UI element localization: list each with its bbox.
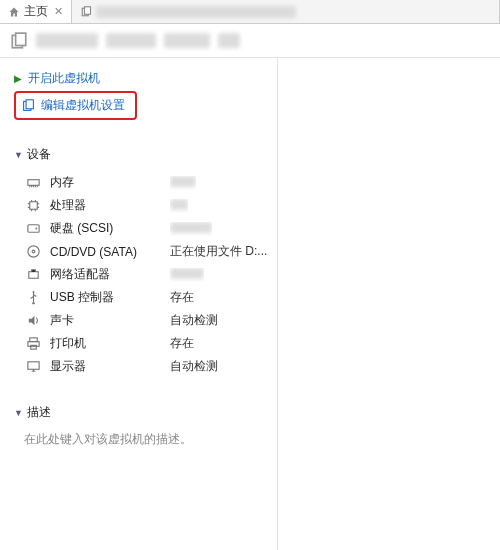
device-value bbox=[170, 176, 196, 190]
svg-rect-3 bbox=[16, 33, 26, 45]
device-row[interactable]: 打印机存在 bbox=[14, 332, 271, 355]
device-value: 自动检测 bbox=[170, 312, 218, 329]
page-title-2 bbox=[106, 33, 156, 48]
printer-icon bbox=[24, 336, 42, 351]
tab-bar: 主页 ✕ bbox=[0, 0, 500, 24]
tab-home-label: 主页 bbox=[24, 3, 48, 20]
close-icon[interactable]: ✕ bbox=[54, 5, 63, 18]
svg-point-10 bbox=[27, 246, 38, 257]
svg-point-9 bbox=[35, 228, 37, 230]
device-name: 打印机 bbox=[50, 335, 162, 352]
svg-rect-6 bbox=[27, 180, 38, 186]
edit-icon bbox=[22, 99, 35, 112]
play-icon: ▶ bbox=[14, 73, 22, 84]
tab-vm-label bbox=[96, 6, 296, 18]
display-icon bbox=[24, 359, 42, 374]
edit-settings-label: 编辑虚拟机设置 bbox=[41, 97, 125, 114]
disc-icon bbox=[24, 244, 42, 259]
device-name: 内存 bbox=[50, 174, 162, 191]
svg-rect-5 bbox=[26, 100, 33, 109]
edit-settings-highlight: 编辑虚拟机设置 bbox=[14, 91, 137, 120]
memory-icon bbox=[24, 175, 42, 190]
device-value bbox=[170, 268, 204, 282]
device-name: CD/DVD (SATA) bbox=[50, 245, 162, 259]
device-name: 网络适配器 bbox=[50, 266, 162, 283]
copy-icon bbox=[10, 32, 28, 50]
svg-rect-12 bbox=[28, 272, 37, 279]
title-bar bbox=[0, 24, 500, 58]
device-value: 存在 bbox=[170, 289, 194, 306]
device-list: 内存处理器硬盘 (SCSI)CD/DVD (SATA)正在使用文件 D:...网… bbox=[14, 171, 271, 378]
hdd-icon bbox=[24, 221, 42, 236]
device-value bbox=[170, 199, 188, 213]
description-header[interactable]: ▼ 描述 bbox=[14, 404, 271, 421]
svg-rect-18 bbox=[27, 362, 38, 370]
device-value: 存在 bbox=[170, 335, 194, 352]
description-placeholder[interactable]: 在此处键入对该虚拟机的描述。 bbox=[14, 429, 271, 448]
device-row[interactable]: CD/DVD (SATA)正在使用文件 D:... bbox=[14, 240, 271, 263]
device-row[interactable]: 硬盘 (SCSI) bbox=[14, 217, 271, 240]
device-name: 处理器 bbox=[50, 197, 162, 214]
device-row[interactable]: USB 控制器存在 bbox=[14, 286, 271, 309]
device-row[interactable]: 声卡自动检测 bbox=[14, 309, 271, 332]
description-title: 描述 bbox=[27, 404, 51, 421]
device-row[interactable]: 显示器自动检测 bbox=[14, 355, 271, 378]
chevron-down-icon: ▼ bbox=[14, 408, 23, 418]
svg-rect-7 bbox=[29, 202, 37, 210]
device-name: 显示器 bbox=[50, 358, 162, 375]
page-title-3 bbox=[164, 33, 210, 48]
copy-icon bbox=[80, 6, 92, 18]
svg-rect-1 bbox=[85, 6, 91, 14]
usb-icon bbox=[24, 290, 42, 305]
edit-settings-link[interactable]: 编辑虚拟机设置 bbox=[22, 95, 129, 116]
network-icon bbox=[24, 267, 42, 282]
device-row[interactable]: 网络适配器 bbox=[14, 263, 271, 286]
tab-home[interactable]: 主页 ✕ bbox=[0, 0, 72, 23]
devices-header[interactable]: ▼ 设备 bbox=[14, 146, 271, 163]
devices-title: 设备 bbox=[27, 146, 51, 163]
device-row[interactable]: 处理器 bbox=[14, 194, 271, 217]
description-section: ▼ 描述 在此处键入对该虚拟机的描述。 bbox=[14, 404, 271, 448]
svg-point-11 bbox=[32, 250, 35, 253]
chevron-down-icon: ▼ bbox=[14, 150, 23, 160]
page-title bbox=[36, 33, 98, 48]
tab-vm[interactable] bbox=[72, 0, 500, 23]
svg-rect-8 bbox=[27, 225, 38, 233]
device-name: 硬盘 (SCSI) bbox=[50, 220, 162, 237]
cpu-icon bbox=[24, 198, 42, 213]
sound-icon bbox=[24, 313, 42, 328]
svg-point-14 bbox=[32, 291, 34, 293]
device-value: 正在使用文件 D:... bbox=[170, 243, 267, 260]
content-area: ▶ 开启此虚拟机 编辑虚拟机设置 ▼ 设备 内存处理器硬盘 (SCSI)CD/D… bbox=[0, 58, 500, 550]
svg-point-13 bbox=[32, 302, 34, 304]
right-panel bbox=[278, 58, 500, 550]
devices-section: ▼ 设备 内存处理器硬盘 (SCSI)CD/DVD (SATA)正在使用文件 D… bbox=[14, 146, 271, 378]
left-panel: ▶ 开启此虚拟机 编辑虚拟机设置 ▼ 设备 内存处理器硬盘 (SCSI)CD/D… bbox=[0, 58, 278, 550]
device-value bbox=[170, 222, 212, 236]
home-icon bbox=[8, 6, 20, 18]
device-name: USB 控制器 bbox=[50, 289, 162, 306]
device-name: 声卡 bbox=[50, 312, 162, 329]
power-on-label: 开启此虚拟机 bbox=[28, 70, 100, 87]
device-value: 自动检测 bbox=[170, 358, 218, 375]
device-row[interactable]: 内存 bbox=[14, 171, 271, 194]
page-title-4 bbox=[218, 33, 240, 48]
power-on-link[interactable]: ▶ 开启此虚拟机 bbox=[14, 68, 271, 89]
